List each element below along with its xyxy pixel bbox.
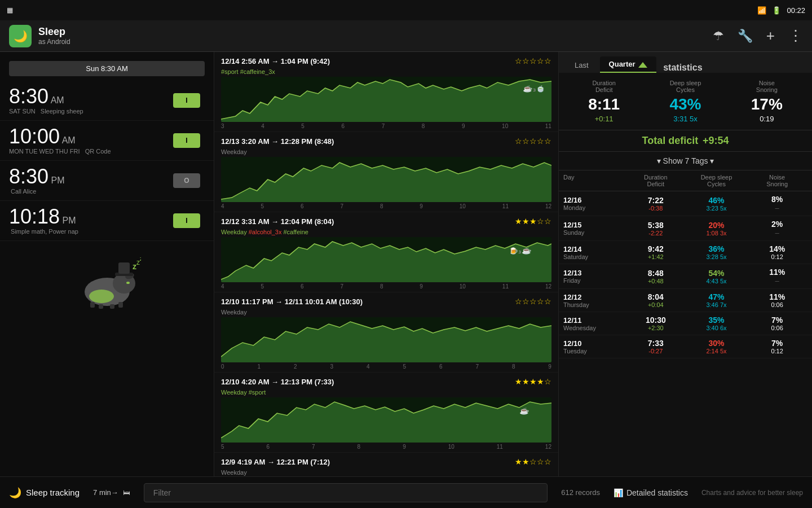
app-name: Sleep	[38, 26, 70, 38]
filter-input[interactable]	[144, 483, 548, 502]
duration-deficit-label: DurationDeficit	[566, 80, 642, 93]
stars-4: ☆☆☆☆☆	[515, 297, 551, 306]
stats-row-1216[interactable]: 12/16 Monday 7:22 -0:38 46% 3:23 5x 8% –	[559, 191, 812, 216]
deep-cycles-1210: 2:14 5x	[686, 348, 747, 354]
time-range-2: 12/13 3:20 AM → 12:28 PM (8:48)	[221, 137, 334, 146]
day-label-6: Weekday	[214, 468, 558, 476]
sleep-record-3[interactable]: 12/12 3:31 AM → 12:04 PM (8:04) ★★★☆☆ We…	[214, 212, 558, 292]
duration-deficit-col: DurationDeficit 8:11 +0:11	[566, 80, 642, 123]
tab-last[interactable]: Last	[566, 58, 598, 73]
stats-row-1215[interactable]: 12/15 Sunday 5:38 -2:22 20% 1:08 3x 2% –	[559, 216, 812, 241]
svg-rect-8	[110, 304, 114, 309]
deep-1215: 20% 1:08 3x	[686, 221, 747, 237]
time-range-4: 12/10 11:17 PM → 12/11 10:01 AM (10:30)	[221, 297, 363, 306]
noise-snoring-col: NoiseSnoring 17% 0:19	[729, 80, 805, 123]
left-panel: Sun 8:30 AM 8:30 AM SAT SUN Sleeping she…	[0, 52, 214, 476]
dur-val-1216: 7:22	[625, 196, 686, 205]
detailed-stats-label: Detailed statistics	[626, 488, 688, 497]
col-day: Day	[563, 174, 625, 187]
svg-rect-4	[118, 262, 130, 274]
stats-tabs: Last Quarter statistics	[559, 52, 812, 73]
more-icon[interactable]: ⋮	[788, 27, 803, 45]
deep-pct-1216: 46%	[686, 196, 747, 205]
show-tags-button[interactable]: ▾ Show 7 Tags ▾	[559, 152, 812, 170]
dayname-1211: Wednesday	[563, 325, 625, 331]
detailed-stats-button[interactable]: 📊 Detailed statistics	[614, 488, 688, 497]
dur-val-1212: 8:04	[625, 292, 686, 301]
wrench-icon[interactable]: 🔧	[738, 29, 753, 43]
day-1215: 12/15 Sunday	[563, 221, 625, 236]
alarm-label: Sleeping sheep	[41, 108, 83, 115]
deep-pct-1213: 54%	[686, 269, 747, 278]
summary-cols: DurationDeficit 8:11 +0:11 Deep sleepCyc…	[566, 80, 805, 123]
add-icon[interactable]: +	[766, 27, 775, 45]
ampm: PM	[60, 216, 76, 225]
alarm-time-10-18pm: 10:18 PM	[9, 207, 173, 227]
alarm-time-8-30am: 8:30 AM	[9, 86, 173, 107]
sleep-record-5[interactable]: 12/10 4:20 AM → 12:13 PM (7:33) ★★★★☆ We…	[214, 373, 558, 453]
sleep-record-4[interactable]: 12/10 11:17 PM → 12/11 10:01 AM (10:30) …	[214, 292, 558, 373]
chart-labels-3: 456789101112	[214, 283, 558, 290]
alarm-days: SAT SUN Sleeping sheep	[9, 108, 173, 115]
day-1216: 12/16 Monday	[563, 196, 625, 211]
noise-pct-1215: 2%	[747, 220, 807, 229]
bed-icon: 🛏	[123, 488, 130, 497]
clock-time: 00:22	[787, 6, 805, 15]
alarm-time-block: 10:00 AM MON TUE WED THU FRI QR Code	[9, 126, 173, 155]
sleep-record-2[interactable]: 12/13 3:20 AM → 12:28 PM (8:48) ☆☆☆☆☆ We…	[214, 132, 558, 212]
snoring-1211: 0:06	[747, 325, 807, 331]
deep-1212: 47% 3:46 7x	[686, 292, 747, 308]
umbrella-icon[interactable]: ☂	[713, 29, 724, 43]
records-count: 612 records	[561, 488, 600, 497]
deep-cycles-1216: 3:23 5x	[686, 205, 747, 212]
snooze-time: 7 min→	[93, 488, 118, 497]
stats-row-1210[interactable]: 12/10 Tuesday 7:33 -0:27 30% 2:14 5x 7% …	[559, 335, 812, 358]
dur-val-1211: 10:30	[625, 316, 686, 325]
snooze-section: 7 min→ 🛏	[93, 488, 130, 497]
duration-1213: 8:48 +0:48	[625, 269, 686, 284]
alarm-toggle-4[interactable]: I	[173, 213, 200, 228]
alarm-days: Call Alice	[9, 188, 173, 195]
duration-1214: 9:42 +1:42	[625, 244, 686, 260]
day-1214: 12/14 Saturday	[563, 245, 625, 260]
stats-row-1213[interactable]: 12/13 Friday 8:48 +0:48 54% 4:43 5x 11% …	[559, 264, 812, 289]
date-1211: 12/11	[563, 316, 625, 325]
tab-quarter[interactable]: Quarter	[600, 56, 657, 73]
alarm-label: QR Code	[85, 148, 111, 155]
stats-summary: DurationDeficit 8:11 +0:11 Deep sleepCyc…	[559, 73, 812, 130]
date-1212: 12/12	[563, 293, 625, 301]
sleep-record-1[interactable]: 12/14 2:56 AM → 1:04 PM (9:42) ☆☆☆☆☆ #sp…	[214, 52, 558, 132]
dayname-1214: Saturday	[563, 253, 625, 260]
middle-panel: 12/14 2:56 AM → 1:04 PM (9:42) ☆☆☆☆☆ #sp…	[214, 52, 558, 476]
tags-3: Weekday #alcohol_3x #caffeine	[214, 228, 558, 236]
alarm-days: MON TUE WED THU FRI QR Code	[9, 148, 173, 155]
sleep-record-6[interactable]: 12/9 4:19 AM → 12:21 PM (7:12) ★★☆☆☆ Wee…	[214, 453, 558, 476]
deep-pct-1211: 35%	[686, 316, 747, 325]
alarm-toggle-2[interactable]: I	[173, 133, 200, 148]
alarm-time-block: 10:18 PM Simple math, Power nap	[9, 207, 173, 235]
noise-pct-1214: 14%	[747, 244, 807, 253]
noise-snoring-label: NoiseSnoring	[729, 80, 805, 93]
deep-1211: 35% 3:40 6x	[686, 316, 747, 331]
alarm-item: 10:00 AM MON TUE WED THU FRI QR Code I	[0, 121, 214, 161]
total-deficit-value: +9:54	[703, 135, 729, 146]
stats-row-1212[interactable]: 12/12 Thursday 8:04 +0:04 47% 3:46 7x 11…	[559, 289, 812, 312]
alarm-time-block: 8:30 PM Call Alice	[9, 167, 173, 195]
day-1213: 12/13 Friday	[563, 269, 625, 284]
sleep-tracking-label: Sleep tracking	[26, 488, 80, 497]
alarm-time-8-30pm: 8:30 PM	[9, 167, 173, 187]
noise-snoring-value: 17%	[729, 95, 805, 113]
app-icon-glyph: 🌙	[14, 29, 28, 43]
deep-cycles-1211: 3:40 6x	[686, 325, 747, 331]
noise-1214: 14% 0:12	[747, 244, 807, 260]
record-header-3: 12/12 3:31 AM → 12:04 PM (8:04) ★★★☆☆	[214, 214, 558, 228]
deep-sleep-value: 43%	[647, 95, 723, 113]
alarm-toggle-3[interactable]: O	[173, 173, 200, 188]
stats-row-1214[interactable]: 12/14 Saturday 9:42 +1:42 36% 3:28 5x 14…	[559, 241, 812, 264]
col-noise-snoring: NoiseSnoring	[747, 174, 807, 187]
alarm-time-10-00am: 10:00 AM	[9, 126, 173, 147]
alarm-toggle-1[interactable]: I	[173, 93, 200, 108]
duration-1211: 10:30 +2:30	[625, 316, 686, 331]
svg-text:z: z	[140, 256, 141, 262]
stats-row-1211[interactable]: 12/11 Wednesday 10:30 +2:30 35% 3:40 6x …	[559, 312, 812, 335]
